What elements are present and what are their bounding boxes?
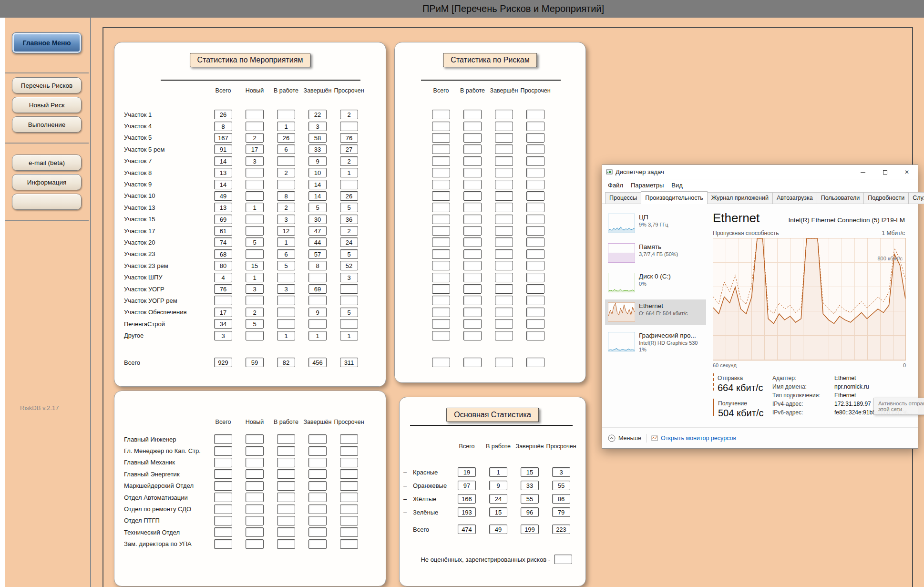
value-field[interactable] <box>526 237 544 247</box>
value-field[interactable]: 82 <box>277 358 295 367</box>
value-field[interactable]: 5 <box>277 261 295 270</box>
value-field[interactable]: 58 <box>308 133 327 143</box>
value-field[interactable] <box>246 458 264 467</box>
value-field[interactable] <box>463 261 482 270</box>
value-field[interactable] <box>340 180 358 189</box>
value-field[interactable] <box>463 331 482 340</box>
value-field[interactable]: 2 <box>277 203 295 212</box>
value-field[interactable] <box>246 226 264 236</box>
value-field[interactable]: 80 <box>214 261 232 270</box>
value-field[interactable]: 96 <box>521 507 539 517</box>
value-field[interactable] <box>463 180 482 189</box>
tab[interactable]: Производительность <box>641 191 707 204</box>
value-field[interactable]: 199 <box>521 525 539 534</box>
tab[interactable]: Подробности <box>863 192 909 204</box>
value-field[interactable] <box>214 458 232 467</box>
value-field[interactable] <box>495 284 513 294</box>
value-field[interactable]: 4 <box>214 273 232 282</box>
value-field[interactable] <box>526 319 544 329</box>
value-field[interactable]: 1 <box>277 237 295 247</box>
value-field[interactable] <box>526 203 544 212</box>
value-field[interactable] <box>308 505 327 514</box>
value-field[interactable] <box>463 273 482 282</box>
value-field[interactable]: 1 <box>277 122 295 131</box>
value-field[interactable]: 24 <box>340 237 358 247</box>
value-field[interactable] <box>526 273 544 282</box>
value-field[interactable]: 14 <box>308 191 327 201</box>
value-field[interactable]: 474 <box>458 525 476 534</box>
tab[interactable]: Службы <box>908 192 924 204</box>
value-field[interactable] <box>526 215 544 224</box>
value-field[interactable]: 3 <box>246 156 264 166</box>
value-field[interactable] <box>432 168 450 177</box>
value-field[interactable]: 5 <box>246 237 264 247</box>
value-field[interactable] <box>495 122 513 131</box>
value-field[interactable] <box>246 539 264 549</box>
value-field[interactable] <box>463 203 482 212</box>
value-field[interactable] <box>246 296 264 305</box>
value-field[interactable]: 36 <box>340 215 358 224</box>
value-field[interactable]: 3 <box>552 467 570 477</box>
value-field[interactable] <box>432 133 450 143</box>
value-field[interactable] <box>526 249 544 259</box>
value-field[interactable]: 223 <box>552 525 570 534</box>
value-field[interactable] <box>340 296 358 305</box>
maximize-button[interactable] <box>874 165 896 179</box>
value-field[interactable] <box>277 458 295 467</box>
value-field[interactable] <box>432 319 450 329</box>
value-field[interactable]: 929 <box>214 358 232 367</box>
value-field[interactable] <box>246 493 264 502</box>
sidebar-button[interactable]: Выполнение <box>12 116 82 133</box>
value-field[interactable]: 61 <box>214 226 232 236</box>
value-field[interactable]: 74 <box>214 237 232 247</box>
value-field[interactable]: 2 <box>340 110 358 119</box>
value-field[interactable] <box>432 180 450 189</box>
value-field[interactable] <box>495 308 513 317</box>
value-field[interactable] <box>214 446 232 456</box>
value-field[interactable]: 86 <box>552 494 570 504</box>
value-field[interactable] <box>308 446 327 456</box>
value-field[interactable] <box>308 539 327 549</box>
taskmanager-titlebar[interactable]: Диспетчер задач ✕ <box>602 165 918 179</box>
value-field[interactable]: 69 <box>308 284 327 294</box>
sidebar-button[interactable]: Новый Риск <box>12 97 82 113</box>
close-button[interactable]: ✕ <box>896 165 918 179</box>
value-field[interactable]: 6 <box>277 144 295 154</box>
value-field[interactable] <box>246 434 264 444</box>
value-field[interactable] <box>526 308 544 317</box>
value-field[interactable] <box>214 434 232 444</box>
value-field[interactable]: 27 <box>340 144 358 154</box>
value-field[interactable] <box>246 516 264 525</box>
sidebar-button[interactable]: e-mail (beta) <box>12 154 82 171</box>
value-field[interactable]: 15 <box>521 467 539 477</box>
value-field[interactable] <box>463 110 482 119</box>
value-field[interactable] <box>277 110 295 119</box>
value-field[interactable] <box>495 144 513 154</box>
value-field[interactable] <box>246 446 264 456</box>
value-field[interactable] <box>277 156 295 166</box>
value-field[interactable]: 8 <box>308 261 327 270</box>
value-field[interactable]: 2 <box>277 168 295 177</box>
value-field[interactable]: 2 <box>246 133 264 143</box>
value-field[interactable] <box>214 516 232 525</box>
value-field[interactable] <box>526 144 544 154</box>
value-field[interactable] <box>495 261 513 270</box>
value-field[interactable]: 59 <box>246 358 264 367</box>
value-field[interactable] <box>495 191 513 201</box>
value-field[interactable] <box>463 284 482 294</box>
value-field[interactable] <box>340 516 358 525</box>
value-field[interactable]: 193 <box>458 507 476 517</box>
value-field[interactable] <box>340 505 358 514</box>
value-field[interactable]: 1 <box>489 467 507 477</box>
value-field[interactable]: 9 <box>308 308 327 317</box>
value-field[interactable] <box>246 249 264 259</box>
value-field[interactable]: 22 <box>308 110 327 119</box>
perf-item-ethernet[interactable]: Ethernet О: 664 П: 504 кбит/с <box>605 299 706 325</box>
value-field[interactable] <box>432 144 450 154</box>
value-field[interactable] <box>214 527 232 537</box>
perf-item-cpu[interactable]: ЦП 9% 3,79 ГГц <box>605 211 706 236</box>
value-field[interactable]: 12 <box>277 226 295 236</box>
value-field[interactable] <box>246 469 264 479</box>
tab[interactable]: Процессы <box>605 192 641 204</box>
value-field[interactable] <box>495 296 513 305</box>
